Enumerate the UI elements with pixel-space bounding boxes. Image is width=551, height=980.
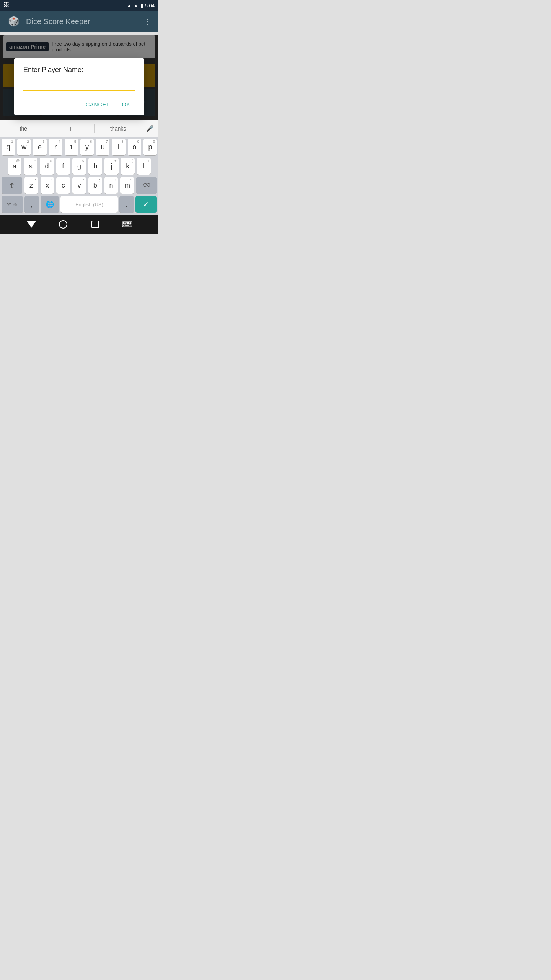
key-w[interactable]: w2 [17, 139, 31, 155]
ok-button[interactable]: OK [117, 98, 135, 111]
key-y[interactable]: y6 [80, 139, 94, 155]
dialog-title: Enter Player Name: [23, 66, 135, 74]
key-m[interactable]: m? [120, 177, 134, 194]
space-key[interactable]: English (US) [60, 196, 118, 213]
nav-bar: ⌨ [0, 215, 158, 234]
key-e[interactable]: e3 [33, 139, 46, 155]
overflow-menu-icon[interactable]: ⋮ [144, 17, 152, 26]
key-p[interactable]: p0 [143, 139, 157, 155]
key-r[interactable]: r4 [49, 139, 62, 155]
status-bar: 🖼 ▲ ▲ ▮ 5:04 [0, 0, 158, 11]
wifi-icon: ▲ [127, 3, 132, 8]
done-key[interactable]: ✓ [135, 196, 157, 213]
keyboard-row-1: q1 w2 e3 r4 t5 y6 u7 i8 o9 p0 [0, 137, 158, 155]
clock: 5:04 [145, 3, 155, 8]
image-icon: 🖼 [4, 2, 9, 7]
key-g[interactable]: g& [72, 158, 86, 175]
key-a[interactable]: a@ [8, 158, 21, 175]
key-t[interactable]: t5 [65, 139, 78, 155]
enter-player-dialog: Enter Player Name: CANCEL OK [14, 58, 144, 115]
keyboard-suggestions: the I thanks 🎤 [0, 120, 158, 137]
key-s[interactable]: s# [24, 158, 37, 175]
recents-button[interactable] [86, 215, 104, 234]
suggestion-thanks[interactable]: thanks [95, 122, 142, 136]
key-v[interactable]: v: [72, 177, 86, 194]
comma-key[interactable]: , [24, 196, 39, 213]
keyboard-row-3: z* x" c' v: b; n! m? ⌫ [0, 175, 158, 194]
key-c[interactable]: c' [56, 177, 70, 194]
key-d[interactable]: d$ [40, 158, 54, 175]
cancel-button[interactable]: CANCEL [81, 98, 114, 111]
player-name-input[interactable] [23, 80, 135, 91]
suggestion-i[interactable]: I [47, 122, 95, 136]
status-bar-left: 🖼 [4, 2, 9, 7]
dice-icon: 🎲 [6, 14, 21, 29]
backspace-key[interactable]: ⌫ [136, 177, 157, 194]
dialog-overlay: Enter Player Name: CANCEL OK [0, 35, 158, 120]
symbols-key[interactable]: ?1☺ [2, 196, 23, 213]
mic-icon[interactable]: 🎤 [142, 120, 158, 137]
key-f[interactable]: f- [56, 158, 70, 175]
key-h[interactable]: h- [88, 158, 102, 175]
home-button[interactable] [54, 215, 72, 234]
signal-icon: ▲ [134, 3, 139, 8]
keyboard-row-4: ?1☺ , 🌐 English (US) . ✓ [0, 194, 158, 215]
key-l[interactable]: l) [137, 158, 151, 175]
key-b[interactable]: b; [88, 177, 102, 194]
dialog-actions: CANCEL OK [23, 98, 135, 111]
app-title: Dice Score Keeper [26, 17, 144, 26]
keyboard-icon[interactable]: ⌨ [118, 215, 136, 234]
key-n[interactable]: n! [104, 177, 118, 194]
keyboard: q1 w2 e3 r4 t5 y6 u7 i8 o9 p0 a@ s# d$ f… [0, 137, 158, 215]
globe-key[interactable]: 🌐 [41, 196, 59, 213]
shift-key[interactable] [2, 177, 22, 194]
key-k[interactable]: k( [121, 158, 135, 175]
key-u[interactable]: u7 [96, 139, 109, 155]
key-x[interactable]: x" [41, 177, 54, 194]
key-i[interactable]: i8 [112, 139, 125, 155]
keyboard-row-2: a@ s# d$ f- g& h- j+ k( l) [0, 155, 158, 175]
period-key[interactable]: . [119, 196, 134, 213]
suggestion-the[interactable]: the [0, 122, 47, 136]
key-q[interactable]: q1 [2, 139, 15, 155]
key-o[interactable]: o9 [128, 139, 141, 155]
status-icons: ▲ ▲ ▮ 5:04 [127, 3, 155, 8]
app-bar: 🎲 Dice Score Keeper ⋮ [0, 11, 158, 32]
key-j[interactable]: j+ [104, 158, 118, 175]
key-z[interactable]: z* [24, 177, 38, 194]
back-button[interactable] [22, 215, 41, 234]
content-area: amazon Prime Free two day shipping on th… [0, 35, 158, 120]
battery-icon: ▮ [140, 3, 143, 8]
